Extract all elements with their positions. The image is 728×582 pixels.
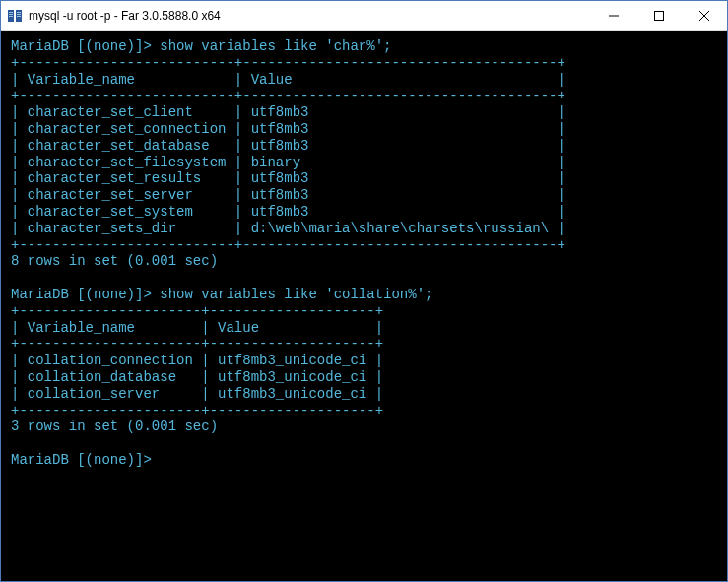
svg-rect-9 — [655, 11, 664, 20]
maximize-button[interactable] — [636, 1, 682, 30]
svg-rect-3 — [9, 14, 13, 15]
svg-rect-6 — [17, 14, 21, 15]
app-icon — [7, 8, 23, 24]
svg-rect-2 — [9, 12, 13, 13]
terminal-output[interactable]: MariaDB [(none)]> show variables like 'c… — [1, 31, 727, 581]
minimize-button[interactable] — [591, 1, 636, 30]
close-button[interactable] — [682, 1, 727, 30]
window-controls — [591, 1, 727, 30]
svg-rect-7 — [17, 16, 21, 17]
svg-rect-4 — [9, 16, 13, 17]
window-title: mysql -u root -p - Far 3.0.5888.0 x64 — [29, 9, 591, 23]
svg-rect-5 — [17, 12, 21, 13]
app-window: mysql -u root -p - Far 3.0.5888.0 x64 Ma… — [0, 0, 728, 582]
titlebar[interactable]: mysql -u root -p - Far 3.0.5888.0 x64 — [1, 1, 727, 31]
